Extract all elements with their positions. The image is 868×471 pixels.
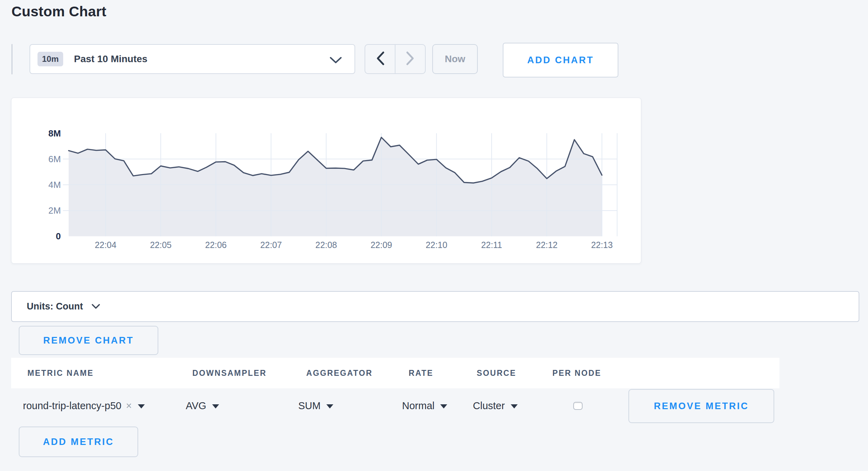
chevron-right-icon — [406, 51, 415, 67]
time-range-badge: 10m — [37, 52, 63, 66]
chart-card: 02M4M6M8M22:0422:0522:0622:0722:0822:092… — [11, 98, 641, 264]
svg-text:2M: 2M — [48, 206, 61, 215]
aggregator-dropdown[interactable]: SUM — [298, 388, 333, 423]
metric-name-value: round-trip-latency-p50 — [23, 400, 122, 412]
header-rate: RATE — [409, 358, 433, 388]
header-per-node: PER NODE — [552, 358, 601, 388]
svg-text:22:06: 22:06 — [205, 240, 227, 250]
now-button[interactable]: Now — [432, 44, 478, 74]
add-chart-button[interactable]: ADD CHART — [503, 43, 618, 77]
chevron-down-icon — [329, 56, 342, 65]
caret-down-icon — [212, 404, 219, 408]
svg-text:0: 0 — [56, 231, 61, 241]
svg-text:22:07: 22:07 — [260, 240, 282, 250]
svg-text:22:08: 22:08 — [315, 240, 337, 250]
header-downsampler: DOWNSAMPLER — [192, 358, 267, 388]
caret-down-icon — [511, 404, 518, 408]
remove-metric-button[interactable]: REMOVE METRIC — [628, 389, 774, 423]
svg-text:22:13: 22:13 — [591, 240, 613, 250]
header-aggregator: AGGREGATOR — [306, 358, 373, 388]
chevron-left-icon — [376, 51, 385, 67]
page-title: Custom Chart — [11, 3, 106, 20]
time-range-dropdown[interactable]: 10m Past 10 Minutes — [30, 44, 355, 74]
svg-text:22:10: 22:10 — [426, 240, 447, 250]
metric-area-chart: 02M4M6M8M22:0422:0522:0622:0722:0822:092… — [11, 98, 641, 263]
svg-text:22:09: 22:09 — [370, 240, 392, 250]
aggregator-value: SUM — [298, 400, 320, 412]
remove-metric-x-icon[interactable]: × — [126, 400, 132, 412]
units-dropdown[interactable]: Units: Count — [11, 291, 859, 322]
chevron-down-icon — [91, 304, 100, 311]
caret-down-icon — [138, 404, 145, 408]
caret-down-icon — [326, 404, 333, 408]
remove-chart-button[interactable]: REMOVE CHART — [19, 326, 158, 355]
downsampler-dropdown[interactable]: AVG — [186, 388, 219, 423]
time-nav-group — [365, 44, 426, 74]
time-range-label: Past 10 Minutes — [74, 53, 148, 65]
metric-name-dropdown[interactable]: round-trip-latency-p50 × — [23, 388, 145, 423]
source-value: Cluster — [473, 400, 505, 412]
svg-text:22:11: 22:11 — [481, 240, 502, 250]
svg-text:8M: 8M — [48, 129, 61, 138]
svg-text:22:05: 22:05 — [150, 240, 172, 250]
svg-text:6M: 6M — [48, 154, 61, 164]
caret-down-icon — [440, 404, 447, 408]
time-forward-button[interactable] — [395, 45, 425, 73]
rate-value: Normal — [402, 400, 434, 412]
time-back-button[interactable] — [365, 45, 395, 73]
header-metric-name: METRIC NAME — [27, 358, 94, 388]
rate-dropdown[interactable]: Normal — [402, 388, 447, 423]
svg-text:22:04: 22:04 — [95, 240, 116, 250]
metric-table-header: METRIC NAME DOWNSAMPLER AGGREGATOR RATE … — [11, 358, 779, 388]
svg-text:4M: 4M — [48, 180, 61, 190]
toolbar-left-divider — [11, 44, 12, 74]
units-label: Units: Count — [27, 301, 83, 312]
add-metric-button[interactable]: ADD METRIC — [19, 427, 138, 457]
custom-chart-page: Custom Chart 10m Past 10 Minutes Now ADD… — [0, 0, 868, 471]
header-source: SOURCE — [477, 358, 516, 388]
per-node-checkbox[interactable] — [573, 402, 583, 410]
svg-text:22:12: 22:12 — [536, 240, 558, 250]
source-dropdown[interactable]: Cluster — [473, 388, 518, 423]
downsampler-value: AVG — [186, 400, 206, 412]
